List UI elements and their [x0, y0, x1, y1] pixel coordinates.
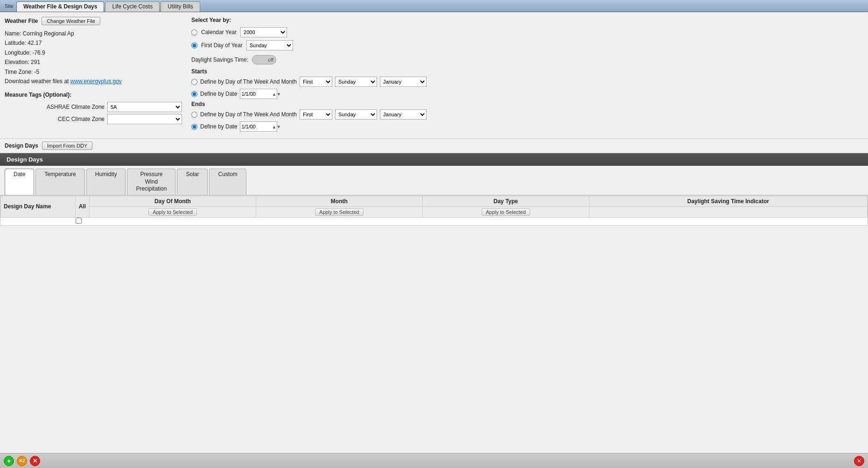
- cec-select[interactable]: [107, 114, 182, 124]
- col-header-name: Design Day Name: [1, 196, 76, 217]
- dst-ends-date-spin[interactable]: ▲▼: [271, 124, 282, 129]
- dst-ends-title: Ends: [191, 101, 863, 107]
- right-panel: Select Year by: Calendar Year 2000 First…: [191, 17, 863, 134]
- measure-tags-label: Measure Tags (Optional):: [5, 92, 182, 98]
- duplicate-icon: ✕2: [19, 458, 25, 463]
- apply-month: Apply to Selected: [256, 206, 422, 217]
- filter-all-cell: [76, 217, 90, 225]
- dst-ends-week-day-select[interactable]: SundayMondayTuesdayWednesdayThursdayFrid…: [335, 109, 377, 120]
- site-label: Site: [2, 0, 16, 12]
- first-day-radio[interactable]: [191, 43, 197, 49]
- import-from-ddy-button[interactable]: Import From DDY: [42, 142, 92, 150]
- design-days-controls: Design Days Import From DDY: [0, 139, 868, 153]
- dst-starts-week-first-select[interactable]: FirstSecondThirdFourthLast: [300, 77, 332, 87]
- dst-toggle[interactable]: off: [252, 55, 276, 64]
- weather-longitude: Longitude: -76.9: [5, 48, 182, 57]
- calendar-year-row: Calendar Year 2000: [191, 27, 863, 37]
- dst-starts-date-input[interactable]: [240, 91, 271, 97]
- design-days-header-bar: Design Days: [0, 153, 868, 166]
- dst-starts-date-spin[interactable]: ▲▼: [271, 92, 282, 97]
- dst-starts-by-week-radio[interactable]: [191, 79, 197, 85]
- dst-ends-by-date-row: Define by Date ▲▼: [191, 121, 863, 132]
- main-content: Weather File Change Weather File Name: C…: [0, 12, 868, 453]
- dst-ends-by-date-label: Define by Date: [200, 123, 237, 130]
- tab-lifecycle[interactable]: Life Cycle Costs: [105, 1, 160, 12]
- tab-weather-design[interactable]: Weather File & Design Days: [16, 1, 105, 12]
- weather-timezone: Time Zone: -5: [5, 67, 182, 77]
- col-header-day-type: Day Type: [422, 196, 589, 206]
- dst-ends-week-first-select[interactable]: FirstSecondThirdFourthLast: [300, 109, 332, 120]
- filter-name-cell: [1, 217, 76, 225]
- apply-day-type-button[interactable]: Apply to Selected: [482, 208, 530, 216]
- col-header-month: Month: [256, 196, 422, 206]
- dst-ends-week-month-select[interactable]: JanuaryFebruaryMarchAprilMayJuneJulyAugu…: [380, 109, 427, 120]
- calendar-year-radio[interactable]: [191, 29, 197, 35]
- dst-starts-week-day-select[interactable]: SundayMondayTuesdayWednesdayThursdayFrid…: [335, 77, 377, 87]
- left-panel: Weather File Change Weather File Name: C…: [5, 17, 182, 134]
- filter-dst-cell: [589, 217, 867, 225]
- tab-custom[interactable]: Custom: [209, 169, 246, 195]
- add-button[interactable]: +: [4, 456, 14, 466]
- weather-name: Name: Corning Regional Ap: [5, 29, 182, 38]
- tab-temperature[interactable]: Temperature: [35, 169, 84, 195]
- weather-info: Name: Corning Regional Ap Latitude: 42.1…: [5, 29, 182, 86]
- column-tabs: Date Temperature Humidity Pressure Wind …: [0, 166, 868, 195]
- dst-ends-date-input[interactable]: [240, 124, 271, 129]
- apply-dst-indicator: [589, 206, 867, 217]
- apply-month-button[interactable]: Apply to Selected: [315, 208, 364, 216]
- weather-download: Download weather files at www.energyplus…: [5, 77, 182, 86]
- first-day-select[interactable]: Sunday Monday Tuesday Wednesday Thursday…: [246, 40, 293, 50]
- weather-elevation: Elevation: 291: [5, 57, 182, 67]
- filter-month-cell: [256, 217, 422, 225]
- energyplus-link[interactable]: www.energyplus.gov: [70, 78, 122, 85]
- apply-day-of-month-button[interactable]: Apply to Selected: [148, 208, 197, 216]
- dst-starts-by-date-row: Define by Date ▲▼: [191, 89, 863, 99]
- dst-row: Daylight Savings Time: off: [191, 55, 863, 64]
- tab-utility[interactable]: Utility Bills: [161, 1, 200, 12]
- design-days-section-label: Design Days: [5, 142, 38, 149]
- filter-dom-cell: [90, 217, 256, 225]
- first-day-row: First Day of Year Sunday Monday Tuesday …: [191, 40, 863, 50]
- dst-ends-by-week-row: Define by Day of The Week And Month Firs…: [191, 109, 863, 120]
- calendar-year-select[interactable]: 2000: [240, 27, 287, 37]
- tab-bar: Site Weather File & Design Days Life Cyc…: [0, 0, 868, 12]
- error-button[interactable]: ✕: [854, 456, 864, 466]
- tab-humidity[interactable]: Humidity: [86, 169, 126, 195]
- dst-starts-section: Starts Define by Day of The Week And Mon…: [191, 68, 863, 99]
- weather-file-label: Weather File: [5, 18, 38, 24]
- dst-starts-by-date-radio[interactable]: [191, 91, 197, 97]
- dst-starts-by-week-row: Define by Day of The Week And Month Firs…: [191, 77, 863, 87]
- dst-ends-by-date-radio[interactable]: [191, 124, 197, 130]
- tab-solar[interactable]: Solar: [177, 169, 208, 195]
- tab-pressure-wind-precip[interactable]: Pressure Wind Precipitation: [127, 169, 175, 195]
- cec-label: CEC Climate Zone: [5, 116, 105, 122]
- dst-ends-by-week-radio[interactable]: [191, 112, 197, 118]
- col-header-all: All: [76, 196, 90, 217]
- weather-latitude: Latitude: 42.17: [5, 38, 182, 48]
- dst-label: Daylight Savings Time:: [191, 57, 248, 63]
- design-days-table: Design Day Name All Day Of Month Month D…: [0, 196, 868, 225]
- dst-starts-week-month-select[interactable]: JanuaryFebruaryMarchAprilMayJuneJulyAugu…: [380, 77, 427, 87]
- duplicate-button[interactable]: ✕2: [17, 456, 27, 466]
- error-icon: ✕: [857, 458, 861, 464]
- dst-ends-section: Ends Define by Day of The Week And Month…: [191, 101, 863, 132]
- first-day-label: First Day of Year: [201, 42, 243, 49]
- top-section: Weather File Change Weather File Name: C…: [0, 12, 868, 139]
- dst-toggle-label: off: [268, 57, 273, 63]
- select-all-checkbox[interactable]: [76, 218, 82, 224]
- data-table-wrap: Design Day Name All Day Of Month Month D…: [0, 195, 868, 226]
- ashrae-label: ASHRAE Climate Zone: [5, 104, 105, 110]
- apply-day-of-month: Apply to Selected: [90, 206, 256, 217]
- ashrae-select[interactable]: 5A: [107, 102, 182, 112]
- dst-ends-by-week-label: Define by Day of The Week And Month: [200, 111, 297, 118]
- change-weather-file-button[interactable]: Change Weather File: [42, 17, 100, 25]
- weather-file-header: Weather File Change Weather File: [5, 17, 182, 25]
- filter-daytype-cell: [422, 217, 589, 225]
- apply-day-type: Apply to Selected: [422, 206, 589, 217]
- delete-button[interactable]: ✕: [30, 456, 40, 466]
- dst-starts-title: Starts: [191, 68, 863, 75]
- dst-starts-by-week-label: Define by Day of The Week And Month: [200, 78, 297, 85]
- calendar-year-label: Calendar Year: [201, 29, 237, 35]
- dst-starts-by-date-label: Define by Date: [200, 91, 237, 97]
- tab-date[interactable]: Date: [5, 169, 34, 195]
